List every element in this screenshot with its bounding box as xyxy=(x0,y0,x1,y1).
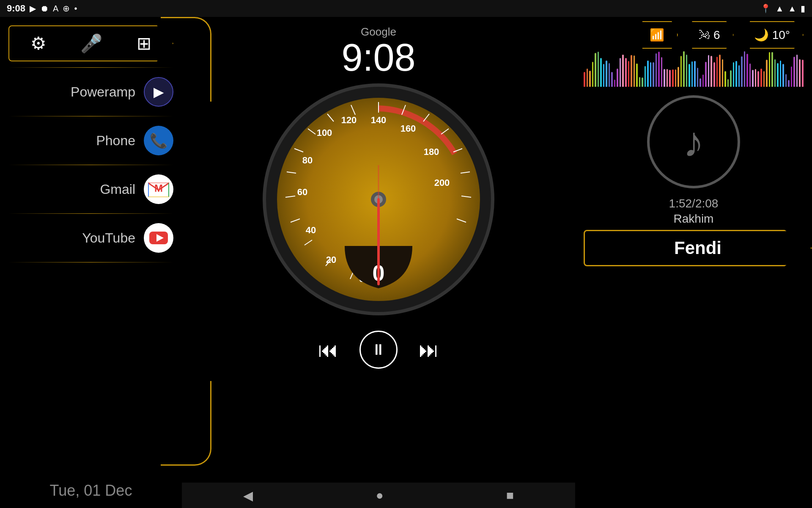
wind-value: 6 xyxy=(713,28,720,42)
separator-4 xyxy=(8,213,173,214)
eq-bar xyxy=(782,64,784,87)
weather-row: 📶 🌬 6 🌙 10° xyxy=(636,21,804,49)
eq-bar xyxy=(735,61,737,87)
poweramp-icon[interactable]: ▶ xyxy=(144,77,173,107)
status-left-icons: 9:08 ▶ ⏺ A ⊕ • xyxy=(7,3,77,14)
eq-bar xyxy=(620,58,621,87)
circle-icon: ⊕ xyxy=(63,3,70,14)
google-header: Google 9:08 xyxy=(341,17,415,77)
eq-bar xyxy=(653,62,654,87)
youtube-label: YouTube xyxy=(82,230,135,246)
status-right-icons: 📍 ▲ ▲ ▮ xyxy=(760,3,805,14)
eq-bar xyxy=(669,70,671,87)
status-time: 9:08 xyxy=(7,3,25,14)
eq-bar xyxy=(658,52,660,87)
eq-bar xyxy=(691,61,693,87)
temp-widget[interactable]: 🌙 10° xyxy=(741,21,804,49)
prev-button[interactable]: ⏮ xyxy=(318,338,338,362)
eq-bar xyxy=(642,77,643,87)
speedometer: 140 160 180 200 120 100 80 60 40 20 0 xyxy=(260,81,497,318)
next-button[interactable]: ⏭ xyxy=(419,338,439,362)
eq-bar xyxy=(664,69,665,87)
eq-bar xyxy=(622,55,624,87)
svg-text:160: 160 xyxy=(401,123,416,134)
eq-bar xyxy=(631,55,632,87)
eq-bar xyxy=(702,75,704,87)
eq-bar xyxy=(589,71,591,87)
wifi-icon: 📶 xyxy=(650,28,664,42)
gmail-icon[interactable]: M xyxy=(144,174,173,204)
youtube-icon[interactable] xyxy=(144,223,173,253)
settings-icon[interactable]: ⚙ xyxy=(30,33,47,54)
eq-bar xyxy=(639,77,641,87)
eq-bar xyxy=(724,71,726,87)
track-artist: Rakhim xyxy=(674,212,714,226)
eq-bar xyxy=(675,69,677,87)
eq-bar xyxy=(600,58,602,87)
eq-bar xyxy=(785,74,787,87)
poweramp-label: Poweramp xyxy=(71,84,135,100)
gmail-item[interactable]: Gmail M xyxy=(0,167,182,212)
svg-text:60: 60 xyxy=(297,187,307,197)
eq-bar xyxy=(727,79,729,87)
eq-bar xyxy=(705,62,707,87)
eq-bar xyxy=(774,59,776,87)
eq-bar xyxy=(650,62,652,87)
svg-text:100: 100 xyxy=(317,127,332,138)
wind-icon: 🌬 xyxy=(698,28,710,42)
separator-1 xyxy=(8,67,173,68)
track-time: 1:52/2:08 xyxy=(669,197,719,210)
home-button[interactable]: ● xyxy=(376,488,383,502)
music-note-icon: ♪ xyxy=(683,118,704,166)
left-panel: ⚙ 🎤 ⊞ Poweramp ▶ Phone 📞 Gmail xyxy=(0,17,182,508)
track-name-badge[interactable]: Fendi xyxy=(584,230,812,266)
eq-bar xyxy=(799,59,801,87)
svg-text:M: M xyxy=(154,182,163,194)
eq-bar xyxy=(598,52,599,87)
eq-bar xyxy=(708,55,710,87)
eq-bar xyxy=(656,53,657,87)
eq-bar xyxy=(672,69,674,87)
eq-bar xyxy=(697,68,699,87)
wind-widget[interactable]: 🌬 6 xyxy=(685,21,734,49)
phone-icon[interactable]: 📞 xyxy=(144,126,173,155)
svg-text:200: 200 xyxy=(434,177,450,188)
play-status-icon: ▶ xyxy=(30,3,36,14)
eq-bar xyxy=(647,61,649,87)
eq-bar xyxy=(710,56,712,87)
eq-bar xyxy=(780,61,782,87)
eq-bar xyxy=(744,51,746,87)
eq-bar xyxy=(760,69,762,87)
eq-bar xyxy=(700,78,701,87)
eq-bar xyxy=(661,57,663,87)
center-panel: Google 9:08 140 xyxy=(182,17,575,508)
youtube-item[interactable]: YouTube xyxy=(0,215,182,260)
eq-bar xyxy=(683,51,685,87)
poweramp-item[interactable]: Poweramp ▶ xyxy=(0,69,182,114)
apps-icon[interactable]: ⊞ xyxy=(137,33,151,54)
svg-text:180: 180 xyxy=(424,146,439,157)
svg-text:80: 80 xyxy=(302,155,313,166)
wifi-widget[interactable]: 📶 xyxy=(636,21,678,49)
svg-text:40: 40 xyxy=(306,225,316,235)
eq-bar xyxy=(587,69,588,87)
music-icon-circle[interactable]: ♪ xyxy=(647,95,740,188)
eq-bar xyxy=(719,55,721,87)
back-button[interactable]: ◀ xyxy=(243,488,253,503)
svg-text:120: 120 xyxy=(341,115,357,125)
moon-icon: 🌙 xyxy=(754,28,769,42)
recents-button[interactable]: ■ xyxy=(506,488,514,502)
gmail-label: Gmail xyxy=(100,182,135,197)
mic-icon[interactable]: 🎤 xyxy=(80,33,102,54)
eq-bar xyxy=(766,60,768,87)
battery-icon: ▮ xyxy=(801,3,805,14)
eq-bar xyxy=(777,63,779,87)
pause-icon: ⏸ xyxy=(371,341,386,359)
separator-3 xyxy=(8,165,173,165)
signal-icon: ▲ xyxy=(788,4,796,14)
eq-bar xyxy=(713,62,715,87)
phone-item[interactable]: Phone 📞 xyxy=(0,118,182,163)
pause-button[interactable]: ⏸ xyxy=(359,331,398,369)
a-icon: A xyxy=(53,4,58,14)
eq-bar xyxy=(595,53,596,87)
